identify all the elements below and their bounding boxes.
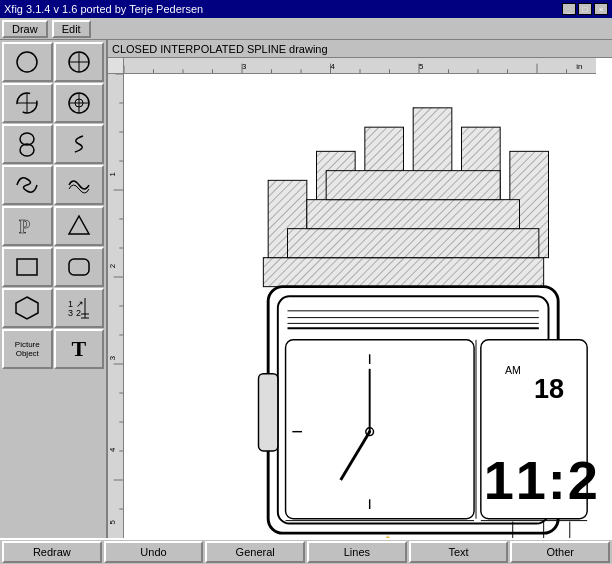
title-bar-controls: _ □ ×	[562, 3, 608, 15]
svg-point-0	[17, 52, 37, 72]
maximize-button[interactable]: □	[578, 3, 592, 15]
svg-text:1: 1	[109, 172, 118, 176]
ruler-corner	[108, 58, 124, 74]
arc-tool[interactable]	[2, 83, 53, 123]
status-bar: Redraw Undo General Lines Text Other	[0, 538, 612, 564]
picture-object-tool[interactable]: Picture Object	[2, 329, 53, 369]
rect-tool[interactable]	[2, 247, 53, 287]
draw-menu[interactable]: Draw	[2, 20, 48, 38]
svg-rect-69	[263, 258, 543, 287]
svg-text:in: in	[576, 62, 582, 71]
wavy-tool[interactable]	[54, 165, 105, 205]
other-button[interactable]: Other	[510, 541, 610, 563]
rounded-rect-tool[interactable]	[54, 247, 105, 287]
svg-text:5: 5	[419, 62, 423, 71]
text-tool[interactable]: T	[54, 329, 105, 369]
svg-text:5: 5	[109, 520, 118, 524]
close-button[interactable]: ×	[594, 3, 608, 15]
svg-point-12	[20, 144, 34, 156]
lines-button[interactable]: Lines	[307, 541, 407, 563]
svg-text:3: 3	[242, 62, 246, 71]
p-shape-tool[interactable]: P	[2, 206, 53, 246]
svg-rect-15	[17, 259, 37, 275]
svg-text:3: 3	[109, 356, 118, 360]
svg-rect-86	[286, 340, 475, 519]
svg-rect-77	[307, 200, 520, 229]
svg-text:🔔: 🔔	[379, 535, 396, 538]
redraw-button[interactable]: Redraw	[2, 541, 102, 563]
svg-text:2: 2	[109, 264, 118, 268]
menu-bar: Draw Edit	[0, 18, 612, 40]
drawing-title-bar: CLOSED INTERPOLATED SPLINE drawing	[108, 40, 612, 58]
loop-tool[interactable]	[2, 165, 53, 205]
ruler-top: 3 4 5 in	[124, 58, 596, 74]
drawing-content: AM 18 11:24	[124, 74, 596, 538]
svg-marker-14	[69, 216, 89, 234]
circle-crosshair-tool[interactable]	[54, 42, 105, 82]
drawing-title-text: CLOSED INTERPOLATED SPLINE drawing	[112, 43, 328, 55]
svg-text:11:24: 11:24	[484, 450, 596, 510]
edit-menu[interactable]: Edit	[52, 20, 91, 38]
svg-text:AM: AM	[505, 364, 521, 376]
target-tool[interactable]	[54, 83, 105, 123]
numberedline-tool[interactable]: 1 3 ↗ 2	[54, 288, 105, 328]
figure8-tool[interactable]	[2, 124, 53, 164]
minimize-button[interactable]: _	[562, 3, 576, 15]
svg-rect-76	[288, 229, 539, 258]
s-curve-tool[interactable]	[54, 124, 105, 164]
svg-point-11	[20, 133, 34, 145]
main-layout: P 1 3 ↗ 2 Picture	[0, 40, 612, 538]
svg-text:4: 4	[331, 62, 336, 71]
svg-rect-78	[326, 171, 500, 200]
arrow-tool[interactable]	[54, 206, 105, 246]
svg-text:3: 3	[68, 308, 73, 318]
svg-rect-16	[69, 259, 89, 275]
general-button[interactable]: General	[205, 541, 305, 563]
svg-text:2: 2	[76, 308, 81, 318]
poly-tool[interactable]	[2, 288, 53, 328]
svg-marker-17	[16, 297, 38, 319]
toolbar: P 1 3 ↗ 2 Picture	[0, 40, 108, 538]
canvas-wrapper: 3 4 5 in	[108, 58, 612, 538]
text-button[interactable]: Text	[409, 541, 509, 563]
circle-tool[interactable]	[2, 42, 53, 82]
app-title: Xfig 3.1.4 v 1.6 ported by Terje Pederse…	[4, 3, 203, 15]
svg-text:18: 18	[534, 374, 564, 404]
undo-button[interactable]: Undo	[104, 541, 204, 563]
svg-text:P: P	[19, 217, 30, 237]
ruler-left: 1 2 3 4 5	[108, 74, 124, 538]
title-bar: Xfig 3.1.4 v 1.6 ported by Terje Pederse…	[0, 0, 612, 18]
svg-rect-81	[259, 374, 278, 451]
canvas-area: CLOSED INTERPOLATED SPLINE drawing 3 4 5…	[108, 40, 612, 538]
